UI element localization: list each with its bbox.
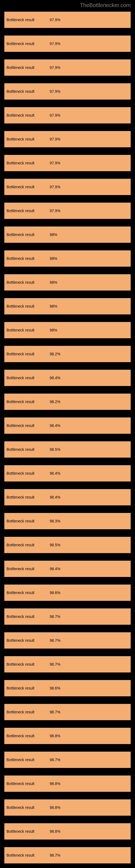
bar-cell: 98.5% <box>48 537 131 553</box>
row-gap <box>0 505 135 513</box>
bar-cell: 98.6% <box>48 680 131 696</box>
chart-row: Bottleneck result98.4% <box>4 489 131 505</box>
bar-cell: 97.9% <box>48 12 131 28</box>
chart-row: Bottleneck result98% <box>4 298 131 314</box>
bar-value-label: 98.8% <box>50 805 60 810</box>
bar-value-label: 97.9% <box>50 137 60 141</box>
chart-row: Bottleneck result98.4% <box>4 561 131 577</box>
row-label: Bottleneck result <box>4 346 48 362</box>
chart-row: Bottleneck result98% <box>4 226 131 243</box>
bar-value-label: 98.4% <box>50 495 60 499</box>
row-label: Bottleneck result <box>4 274 48 290</box>
chart-row: Bottleneck result97.9% <box>4 155 131 171</box>
bar-cell: 97.9% <box>48 83 131 99</box>
bar-cell: 98.7% <box>48 847 131 863</box>
row-label: Bottleneck result <box>4 441 48 458</box>
row-label: Bottleneck result <box>4 704 48 720</box>
row-gap <box>0 673 135 680</box>
bar-cell: 98.4% <box>48 561 131 577</box>
bar-value-label: 98.3% <box>50 519 60 523</box>
bar-value-label: 97.9% <box>50 89 60 94</box>
row-label: Bottleneck result <box>4 465 48 482</box>
row-gap <box>0 314 135 322</box>
chart-row: Bottleneck result97.9% <box>4 107 131 123</box>
chart-row: Bottleneck result98.4% <box>4 417 131 434</box>
row-gap <box>0 386 135 394</box>
chart-row: Bottleneck result98.4% <box>4 370 131 386</box>
bar-value-label: 98.4% <box>50 471 60 475</box>
row-label: Bottleneck result <box>4 752 48 768</box>
chart-row: Bottleneck result98% <box>4 274 131 290</box>
bar-value-label: 97.9% <box>50 113 60 118</box>
bar-cell: 97.9% <box>48 155 131 171</box>
bar-value-label: 98.5% <box>50 447 60 452</box>
chart-row: Bottleneck result97.9% <box>4 12 131 28</box>
bar-fill <box>48 298 129 314</box>
row-label: Bottleneck result <box>4 417 48 434</box>
bar-cell: 98.8% <box>48 728 131 744</box>
chart-row: Bottleneck result97.9% <box>4 35 131 52</box>
row-label: Bottleneck result <box>4 537 48 553</box>
bar-value-label: 97.9% <box>50 161 60 165</box>
row-gap <box>0 171 135 179</box>
row-gap <box>0 839 135 847</box>
row-gap <box>0 219 135 226</box>
bar-value-label: 98.8% <box>50 781 60 786</box>
bar-cell: 98% <box>48 298 131 314</box>
bar-value-label: 97.9% <box>50 65 60 70</box>
chart-row: Bottleneck result98.7% <box>4 656 131 673</box>
chart-row: Bottleneck result97.9% <box>4 203 131 219</box>
bar-cell: 98.7% <box>48 752 131 768</box>
row-gap <box>0 482 135 489</box>
chart-row: Bottleneck result98.2% <box>4 394 131 410</box>
bar-cell: 98.3% <box>48 513 131 529</box>
row-label: Bottleneck result <box>4 775 48 792</box>
bar-cell: 98.8% <box>48 823 131 839</box>
bar-cell: 97.9% <box>48 179 131 195</box>
row-gap <box>0 28 135 35</box>
chart-row: Bottleneck result98.8% <box>4 775 131 792</box>
chart-row: Bottleneck result98.7% <box>4 704 131 720</box>
chart-row: Bottleneck result97.9% <box>4 83 131 99</box>
row-gap <box>0 625 135 632</box>
bar-value-label: 98.5% <box>50 543 60 547</box>
row-gap <box>0 338 135 346</box>
bar-value-label: 98% <box>50 232 57 237</box>
bar-cell: 97.9% <box>48 59 131 76</box>
chart-row: Bottleneck result98.4% <box>4 465 131 482</box>
row-label: Bottleneck result <box>4 203 48 219</box>
chart-row: Bottleneck result97.9% <box>4 179 131 195</box>
row-gap <box>0 99 135 107</box>
row-gap <box>0 768 135 775</box>
row-label: Bottleneck result <box>4 632 48 649</box>
row-label: Bottleneck result <box>4 847 48 863</box>
row-label: Bottleneck result <box>4 298 48 314</box>
bar-cell: 98.5% <box>48 441 131 458</box>
bar-cell: 98.8% <box>48 775 131 792</box>
row-label: Bottleneck result <box>4 155 48 171</box>
chart-row: Bottleneck result98% <box>4 322 131 338</box>
site-header: TheBottlenecker.com <box>0 0 135 12</box>
chart-row: Bottleneck result98.6% <box>4 585 131 601</box>
bar-value-label: 98.7% <box>50 710 60 714</box>
bar-value-label: 98.7% <box>50 662 60 666</box>
row-label: Bottleneck result <box>4 489 48 505</box>
row-gap <box>0 123 135 131</box>
bar-cell: 98.4% <box>48 489 131 505</box>
bar-cell: 98% <box>48 274 131 290</box>
row-gap <box>0 458 135 465</box>
chart-row: Bottleneck result98.5% <box>4 537 131 553</box>
row-label: Bottleneck result <box>4 561 48 577</box>
bar-cell: 97.9% <box>48 131 131 147</box>
bar-value-label: 97.9% <box>50 18 60 22</box>
row-label: Bottleneck result <box>4 226 48 243</box>
bar-cell: 98.7% <box>48 704 131 720</box>
row-label: Bottleneck result <box>4 656 48 673</box>
bar-value-label: 98% <box>50 328 57 332</box>
row-gap <box>0 601 135 609</box>
bar-cell: 98.4% <box>48 370 131 386</box>
row-label: Bottleneck result <box>4 370 48 386</box>
row-gap <box>0 290 135 298</box>
bar-value-label: 98.6% <box>50 590 60 595</box>
bar-fill <box>48 322 129 338</box>
